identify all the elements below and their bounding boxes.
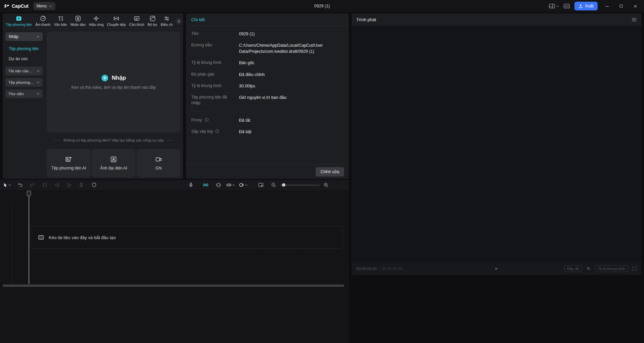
select-tool-button[interactable]	[3, 183, 11, 188]
split-delete-left-button[interactable]	[53, 181, 62, 189]
split-icon	[42, 182, 48, 188]
tabs-overflow-button[interactable]	[175, 18, 182, 25]
detail-row-framerate: Tỷ lệ khung hình: 30.00fps	[191, 83, 344, 89]
track-boundary-line	[12, 200, 12, 284]
tab-effects[interactable]: Hiệu ứng	[87, 15, 105, 27]
sidebar-group-media[interactable]: Tệp phương...	[5, 78, 43, 87]
preview-frames-button[interactable]	[214, 181, 223, 189]
titlebar: CapCut Menu 0929 (1) Xuất	[0, 0, 644, 12]
zoom-out-icon	[271, 182, 276, 188]
horizontal-scrollbar[interactable]	[3, 284, 344, 287]
player-right-controls: Đầy đủ Tỷ lệ khung hình	[564, 265, 637, 272]
tab-audio[interactable]: Âm thanh	[34, 15, 52, 27]
zoom-slider-knob[interactable]	[282, 183, 285, 187]
close-icon	[633, 4, 638, 8]
capcut-logo-icon	[4, 4, 9, 8]
sidebar-item-media[interactable]: Tệp phương tiện	[5, 44, 43, 54]
titlebar-actions: Xuất	[549, 1, 640, 11]
split-button[interactable]	[41, 181, 49, 189]
detail-row-imported-media: Tệp phương tiện đã nhập: Giữ nguyên vị t…	[191, 94, 344, 106]
redo-icon	[30, 182, 35, 188]
tab-media[interactable]: Tệp phương tiện	[4, 15, 34, 27]
playhead-handle[interactable]	[27, 191, 31, 196]
zoom-fit-button[interactable]	[586, 266, 591, 271]
tab-adjust[interactable]: Điều ch	[159, 15, 174, 27]
ai-avatar-card[interactable]: Ảnh đại diện AI	[92, 149, 136, 177]
sticker-icon	[75, 15, 81, 22]
minimize-button[interactable]	[602, 1, 612, 11]
sidebar-group-library[interactable]: Thư viện	[5, 89, 43, 98]
import-action[interactable]: Nhập	[101, 74, 126, 82]
info-icon[interactable]	[215, 129, 219, 135]
tab-text[interactable]: Văn bản	[52, 15, 69, 27]
magnifier-icon	[586, 266, 591, 271]
details-body: Tên: 0929 (1) Đường dẫn: C:/Users/Chime/…	[186, 26, 349, 164]
audio-icon	[40, 15, 46, 22]
timeline[interactable]: Kéo tài liệu vào đây và bắt đầu tạo	[0, 190, 349, 343]
fullscreen-button[interactable]	[632, 267, 637, 271]
tab-transitions[interactable]: Chuyển tiếp	[105, 15, 127, 27]
undo-button[interactable]	[16, 181, 25, 189]
detail-value: 30.00fps	[239, 83, 255, 89]
tab-stickers[interactable]: Nhãn dán	[69, 15, 87, 27]
chevron-down-icon	[245, 184, 248, 186]
tab-filters[interactable]: Bộ lọc	[146, 15, 159, 27]
player-panel: Trình phát 00:00:00:00 / 00:00:00:00 Đầy…	[352, 13, 641, 275]
record-card[interactable]: Ghi	[136, 149, 180, 177]
player-controls: 00:00:00:00 / 00:00:00:00 Đầy đủ Tỷ lệ k…	[352, 262, 641, 275]
sidebar-group-my-assets[interactable]: Tài sản của ...	[5, 67, 43, 75]
player-menu-button[interactable]	[632, 18, 637, 22]
playhead-line	[29, 196, 29, 284]
menu-label: Menu	[37, 4, 47, 8]
chevron-down-icon	[8, 184, 11, 186]
snap-toggle-button[interactable]	[201, 181, 210, 189]
split-delete-right-button[interactable]	[65, 181, 74, 189]
sidebar-item-subproject[interactable]: Dự án con	[5, 54, 43, 64]
details-footer: Chỉnh sửa	[186, 164, 349, 179]
details-title: Chi tiết	[191, 17, 205, 22]
close-button[interactable]	[631, 1, 640, 11]
undo-icon	[17, 182, 23, 188]
timeline-dropzone[interactable]: Kéo tài liệu vào đây và bắt đầu tạo	[30, 226, 343, 249]
chevron-down-icon	[37, 81, 40, 83]
media-content: Nhập Kéo và thả video, ảnh và tệp âm tha…	[45, 29, 183, 179]
ratio-button[interactable]: Tỷ lệ khung hình	[595, 265, 628, 272]
mini-player-button[interactable]	[256, 181, 265, 189]
maximize-button[interactable]	[616, 1, 626, 11]
main-content: Tệp phương tiện Âm thanh Văn bản Nh	[0, 12, 644, 343]
play-button[interactable]	[494, 266, 499, 271]
ai-avatar-icon	[110, 156, 117, 163]
record-voiceover-button[interactable]	[187, 181, 195, 189]
export-button[interactable]: Xuất	[574, 2, 598, 10]
project-title: 0929 (1)	[0, 4, 644, 8]
import-dropzone[interactable]: Nhập Kéo và thả video, ảnh và tệp âm tha…	[47, 32, 180, 132]
edit-button[interactable]: Chỉnh sửa	[316, 167, 344, 177]
zoom-in-button[interactable]	[322, 181, 330, 189]
redo-button[interactable]	[28, 181, 37, 189]
section-label: Nhập	[9, 34, 18, 39]
tab-captions[interactable]: Chú thích	[127, 15, 146, 27]
detail-label: Tệp phương tiện đã nhập:	[191, 94, 236, 106]
chevron-down-icon	[49, 5, 52, 7]
ai-media-card[interactable]: Tệp phương tiện AI	[47, 149, 91, 177]
timeline-zoom-slider[interactable]	[280, 185, 320, 186]
sidebar-section-import[interactable]: Nhập	[5, 32, 43, 41]
zoom-out-button[interactable]	[269, 181, 278, 189]
layout-toggle-button[interactable]	[549, 4, 559, 8]
mask-tools-button[interactable]	[239, 182, 248, 188]
fit-select[interactable]: Đầy đủ	[564, 265, 582, 272]
info-icon[interactable]	[205, 118, 209, 123]
chevron-down-icon	[37, 70, 40, 72]
fullscreen-icon	[632, 267, 637, 271]
pip-icon	[258, 182, 264, 188]
tools-divider-text: Không có tệp phương tiện? Hãy tạo bằng c…	[64, 138, 164, 142]
delete-button[interactable]	[77, 181, 86, 189]
link-button[interactable]	[226, 182, 235, 188]
mark-button[interactable]	[90, 181, 98, 189]
menu-button[interactable]: Menu	[33, 2, 55, 10]
shortcut-keys-button[interactable]	[564, 4, 570, 8]
tool-cards: Tệp phương tiện AI Ảnh đại diện AI Ghi	[47, 149, 180, 177]
export-icon	[578, 4, 583, 8]
detail-row-path: Đường dẫn: C:/Users/Chime/AppData/Local/…	[191, 42, 344, 54]
chevron-down-icon	[556, 5, 559, 7]
